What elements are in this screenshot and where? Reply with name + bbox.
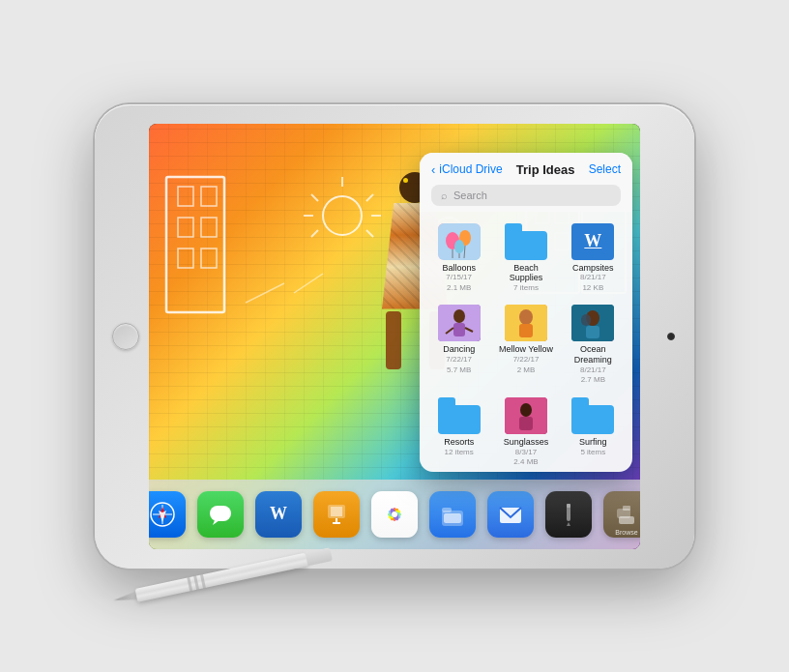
balloons-meta: 7/15/172.1 MB (446, 273, 472, 293)
file-item-resorts[interactable]: Resorts 12 items (427, 394, 490, 472)
dancing-meta: 7/22/175.7 MB (446, 355, 472, 375)
ocean-name: Ocean Dreaming (564, 344, 623, 365)
front-camera (667, 333, 675, 340)
pencil-app-icon[interactable] (545, 491, 592, 538)
file-item-surfing[interactable]: Surfing 5 items (562, 394, 625, 472)
files-nav: ‹ iCloud Drive Trip Ideas Select (431, 162, 621, 177)
pencil-cap (306, 547, 333, 566)
dancing-thumbnail (438, 305, 481, 341)
svg-rect-73 (581, 314, 591, 326)
svg-marker-51 (567, 522, 570, 526)
campsites-icon: W (571, 223, 614, 260)
ocean-thumbnail (571, 305, 614, 341)
files-nav-left: ‹ iCloud Drive (431, 162, 503, 177)
file-item-beach[interactable]: Beach Supplies 7 items (494, 219, 557, 298)
folder-title: Trip Ideas (516, 162, 575, 177)
keynote-icon[interactable] (313, 491, 360, 538)
files-header: ‹ iCloud Drive Trip Ideas Select ⌕ Searc… (420, 153, 632, 212)
dock-item-mail[interactable] (487, 491, 534, 538)
svg-point-64 (453, 309, 465, 323)
search-placeholder: Search (453, 190, 487, 201)
svg-point-76 (520, 403, 532, 417)
svg-rect-65 (453, 323, 465, 336)
svg-rect-47 (442, 508, 452, 512)
file-item-dancing[interactable]: Dancing 7/22/175.7 MB (427, 301, 490, 389)
back-chevron-icon: ‹ (431, 162, 435, 177)
surfing-folder-tab (571, 397, 589, 405)
campsites-meta: 8/21/1712 KB (580, 273, 606, 293)
dock-item-files[interactable] (429, 491, 476, 538)
file-item-sunglasses[interactable]: Sunglasses 8/3/172.4 MB (494, 394, 557, 472)
file-item-campsites[interactable]: W Campsites 8/21/1712 KB (562, 219, 625, 298)
svg-point-45 (392, 511, 397, 517)
browse-label: Browse (615, 529, 637, 536)
dock-item-photos[interactable] (371, 491, 418, 538)
dock-item-messages[interactable] (197, 491, 244, 538)
beach-meta: 7 items (513, 283, 539, 293)
dock-item-word[interactable]: W (255, 491, 302, 538)
balloons-name: Balloons (442, 263, 476, 274)
dock: W (149, 480, 640, 549)
svg-rect-33 (210, 506, 231, 521)
screen-bezel: W (149, 124, 640, 549)
campsites-name: Campsites (572, 263, 614, 274)
sunglasses-thumbnail (505, 397, 547, 434)
svg-rect-52 (567, 504, 570, 508)
resorts-meta: 12 items (445, 448, 474, 457)
dancing-name: Dancing (443, 344, 475, 355)
sunglasses-meta: 8/3/172.4 MB (513, 448, 538, 468)
svg-point-59 (454, 240, 464, 253)
files-icon[interactable] (429, 491, 476, 538)
svg-marker-34 (213, 520, 219, 525)
ipad-device: W (95, 104, 694, 569)
dock-item-safari[interactable] (149, 491, 186, 538)
word-icon[interactable]: W (255, 491, 302, 538)
sunglasses-name: Sunglasses (504, 437, 549, 448)
ocean-meta: 8/21/172.7 MB (580, 365, 606, 386)
safari-icon[interactable] (149, 491, 186, 538)
svg-rect-48 (444, 513, 461, 523)
home-button[interactable] (112, 323, 139, 350)
surfing-meta: 5 items (580, 448, 605, 457)
svg-rect-77 (519, 417, 533, 430)
svg-rect-70 (519, 324, 533, 337)
screen: W (149, 124, 640, 549)
photos-icon[interactable] (371, 491, 418, 538)
surfing-name: Surfing (579, 437, 607, 448)
file-item-ocean[interactable]: Ocean Dreaming 8/21/172.7 MB (562, 301, 625, 389)
dock-item-keynote[interactable] (313, 491, 360, 538)
dock-item-pencil-app[interactable] (545, 491, 592, 538)
mellow-meta: 7/22/172 MB (513, 355, 540, 375)
beach-folder-tab (505, 223, 522, 231)
files-panel: ‹ iCloud Drive Trip Ideas Select ⌕ Searc… (420, 153, 632, 472)
files-grid: Balloons 7/15/172.1 MB Beach Supplies 7 … (420, 212, 632, 472)
mail-icon[interactable] (487, 491, 534, 538)
search-icon: ⌕ (441, 190, 448, 201)
svg-rect-54 (623, 506, 630, 511)
back-nav-label[interactable]: iCloud Drive (439, 162, 502, 176)
file-item-balloons[interactable]: Balloons 7/15/172.1 MB (427, 219, 490, 298)
beach-folder-body (505, 231, 547, 260)
beach-name: Beach Supplies (496, 263, 555, 284)
scene: W (0, 0, 789, 672)
svg-rect-74 (586, 326, 599, 338)
resorts-folder-body (438, 405, 481, 434)
dock-item-browse[interactable]: Browse (603, 491, 640, 538)
messages-icon[interactable] (197, 491, 244, 538)
file-item-mellow[interactable]: Mellow Yellow 7/22/172 MB (494, 301, 557, 389)
svg-rect-36 (331, 507, 342, 516)
search-bar[interactable]: ⌕ Search (431, 185, 621, 206)
select-button[interactable]: Select (589, 162, 621, 176)
balloons-thumbnail (438, 223, 481, 260)
svg-point-69 (519, 309, 533, 325)
resorts-folder-tab (438, 397, 455, 405)
mellow-thumbnail (505, 305, 547, 341)
resorts-name: Resorts (444, 437, 474, 448)
surfing-folder-body (571, 405, 614, 434)
mellow-name: Mellow Yellow (499, 344, 553, 355)
svg-rect-55 (619, 516, 634, 524)
